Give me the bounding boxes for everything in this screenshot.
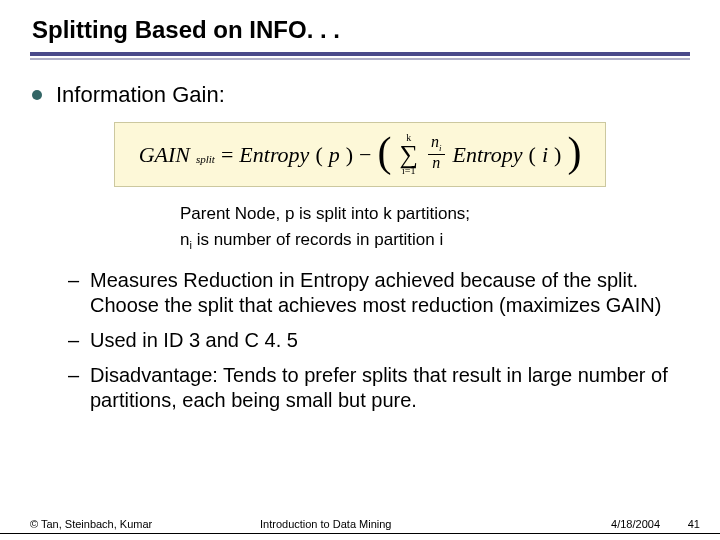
footer-date: 4/18/2004 bbox=[560, 518, 660, 530]
frac-den: n bbox=[429, 155, 443, 172]
dash-icon: – bbox=[68, 328, 90, 354]
formula-i-arg: i bbox=[542, 142, 548, 168]
sum-lower: i=1 bbox=[402, 166, 415, 176]
list-item: – Disadvantage: Tends to prefer splits t… bbox=[68, 363, 690, 414]
formula-lhs: GAIN bbox=[139, 142, 190, 168]
list-item: – Measures Reduction in Entropy achieved… bbox=[68, 268, 690, 319]
note-line-2: ni is number of records in partition i bbox=[180, 227, 690, 254]
note-line-1: Parent Node, p is split into k partition… bbox=[180, 201, 690, 227]
title-divider bbox=[30, 52, 690, 60]
dash-icon: – bbox=[68, 268, 90, 319]
paren-close-icon: ) bbox=[567, 136, 581, 170]
formula-minus: − bbox=[359, 142, 371, 168]
footer-divider bbox=[0, 533, 720, 534]
slide-title: Splitting Based on INFO. . . bbox=[30, 16, 690, 44]
footer-title: Introduction to Data Mining bbox=[230, 518, 560, 530]
formula-eq: = bbox=[221, 142, 233, 168]
frac-num: n bbox=[431, 133, 439, 150]
formula-entropy-i: Entropy bbox=[453, 142, 523, 168]
footer-copyright: © Tan, Steinbach, Kumar bbox=[30, 518, 230, 530]
list-item: – Used in ID 3 and C 4. 5 bbox=[68, 328, 690, 354]
list-item-text: Disadvantage: Tends to prefer splits tha… bbox=[90, 363, 690, 414]
paren-open-icon: ( bbox=[377, 136, 391, 170]
dash-list: – Measures Reduction in Entropy achieved… bbox=[68, 268, 690, 414]
dash-icon: – bbox=[68, 363, 90, 414]
list-item-text: Used in ID 3 and C 4. 5 bbox=[90, 328, 690, 354]
formula-entropy-p: Entropy bbox=[239, 142, 309, 168]
bullet-icon bbox=[32, 90, 42, 100]
slide-footer: © Tan, Steinbach, Kumar Introduction to … bbox=[0, 518, 720, 530]
summation-icon: k ∑ i=1 bbox=[399, 133, 418, 176]
slide: Splitting Based on INFO. . . Information… bbox=[0, 0, 720, 540]
footer-page: 41 bbox=[660, 518, 700, 530]
list-item-text: Measures Reduction in Entropy achieved b… bbox=[90, 268, 690, 319]
formula-container: GAINsplit = Entropy(p) − ( k ∑ i=1 ni n … bbox=[30, 122, 690, 187]
formula-box: GAINsplit = Entropy(p) − ( k ∑ i=1 ni n … bbox=[114, 122, 607, 187]
formula-p-arg: p bbox=[329, 142, 340, 168]
fraction: ni n bbox=[428, 134, 445, 171]
formula-notes: Parent Node, p is split into k partition… bbox=[180, 201, 690, 253]
bullet-information-gain: Information Gain: bbox=[32, 82, 690, 108]
bullet-text: Information Gain: bbox=[56, 82, 225, 108]
formula-lhs-sub: split bbox=[196, 153, 215, 165]
frac-num-sub: i bbox=[439, 143, 442, 153]
